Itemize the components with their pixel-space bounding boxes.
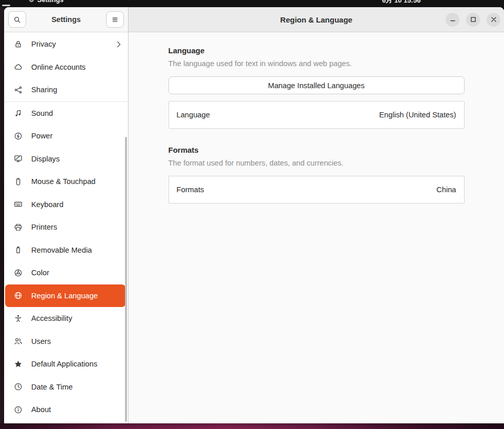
sidebar-item-label: Displays <box>31 155 60 163</box>
sidebar-item-label: Power <box>31 132 53 140</box>
sidebar-item-label: Printers <box>31 223 57 231</box>
sidebar-item-about[interactable]: About <box>4 398 128 421</box>
formats-section: Formats The format used for numbers, dat… <box>169 146 465 203</box>
sidebar-item-label: Online Accounts <box>31 63 86 71</box>
sidebar-item-label: Accessibility <box>31 314 72 322</box>
sidebar-item-users[interactable]: Users <box>4 330 128 353</box>
settings-window: Settings Privacy <box>4 7 504 423</box>
sidebar-item-label: Keyboard <box>31 200 64 209</box>
sidebar-item-power[interactable]: Power <box>4 125 128 148</box>
sidebar-title: Settings <box>51 15 80 24</box>
maximize-button[interactable] <box>466 13 480 27</box>
maximize-icon <box>470 16 476 23</box>
sidebar-item-default-applications[interactable]: Default Applications <box>4 353 128 376</box>
sidebar-item-label: Default Applications <box>31 360 97 368</box>
manage-installed-languages-button[interactable]: Manage Installed Languages <box>169 76 465 94</box>
sidebar-item-label: Sharing <box>31 86 57 94</box>
desktop-wallpaper-bottom <box>0 423 504 429</box>
chevron-right-icon <box>117 41 121 48</box>
sidebar-item-label: Mouse & Touchpad <box>31 177 95 186</box>
minimize-icon <box>450 16 456 23</box>
formats-section-description: The format used for numbers, dates, and … <box>169 159 465 167</box>
formats-section-title: Formats <box>169 146 465 154</box>
topbar-clock[interactable]: 6月 10 15:56 <box>382 0 421 5</box>
sidebar-list: Privacy Online Accounts Sharing <box>4 32 128 423</box>
hamburger-menu-icon <box>111 16 119 24</box>
keyboard-icon <box>14 200 23 209</box>
sidebar-item-sharing[interactable]: Sharing <box>4 78 128 101</box>
printer-icon <box>14 223 23 232</box>
color-wheel-icon <box>14 269 23 277</box>
star-icon <box>14 360 23 369</box>
sidebar-item-date-time[interactable]: Date & Time <box>4 376 128 399</box>
sidebar-item-region-language[interactable]: Region & Language <box>5 284 125 308</box>
topbar-app-title: Settings <box>37 0 64 4</box>
sidebar-scrollbar[interactable] <box>125 137 127 422</box>
sidebar-item-label: Users <box>31 337 51 345</box>
language-card: Language English (United States) <box>169 101 465 129</box>
sidebar-item-label: Date & Time <box>31 383 73 391</box>
clock-icon <box>14 382 23 391</box>
formats-row-value: China <box>436 186 456 194</box>
usb-stick-icon <box>14 246 23 254</box>
minimize-button[interactable] <box>446 13 459 27</box>
sidebar-item-label: Removable Media <box>31 246 92 254</box>
region-language-content: Language The language used for text in w… <box>169 32 465 203</box>
info-icon <box>14 405 23 414</box>
sidebar-item-removable-media[interactable]: Removable Media <box>4 239 128 262</box>
lock-icon <box>14 40 23 49</box>
sidebar-item-mouse-touchpad[interactable]: Mouse & Touchpad <box>4 170 128 193</box>
search-icon <box>13 16 21 24</box>
display-icon <box>14 154 23 163</box>
formats-row[interactable]: Formats China <box>169 176 464 203</box>
close-button[interactable] <box>487 13 500 27</box>
language-row[interactable]: Language English (United States) <box>169 101 464 128</box>
gear-icon: ⚙ <box>29 0 34 4</box>
globe-icon <box>14 291 23 300</box>
sidebar-item-label: Sound <box>31 109 53 117</box>
share-icon <box>14 86 23 94</box>
window-controls <box>446 7 500 32</box>
sidebar-header: Settings <box>4 7 128 32</box>
sidebar-item-label: Privacy <box>31 40 56 48</box>
window-headerbar: Region & Language <box>129 7 504 32</box>
sidebar-item-keyboard[interactable]: Keyboard <box>4 193 128 216</box>
accessibility-icon <box>14 314 23 323</box>
sidebar-item-label: Color <box>31 269 49 277</box>
system-top-bar: ⚙ Settings 6月 10 15:56 <box>0 0 504 7</box>
language-section-description: The language used for text in windows an… <box>169 59 465 68</box>
formats-row-label: Formats <box>177 186 204 194</box>
sidebar-item-online-accounts[interactable]: Online Accounts <box>4 56 128 79</box>
main-pane: Region & Language Language The language … <box>129 7 504 423</box>
activities-indicator[interactable] <box>2 5 10 6</box>
power-icon <box>14 132 23 140</box>
language-section-title: Language <box>169 46 465 55</box>
sidebar-item-privacy[interactable]: Privacy <box>4 33 128 56</box>
close-icon <box>491 16 497 23</box>
music-note-icon <box>14 109 23 117</box>
mouse-icon <box>14 177 23 186</box>
sidebar-item-label: Region & Language <box>31 292 98 300</box>
language-row-label: Language <box>177 111 210 119</box>
desktop-wallpaper-left <box>0 7 4 423</box>
search-button[interactable] <box>8 11 26 28</box>
formats-card: Formats China <box>169 176 465 203</box>
page-title: Region & Language <box>280 15 352 24</box>
sidebar-item-accessibility[interactable]: Accessibility <box>4 307 128 330</box>
language-row-value: English (United States) <box>379 111 456 119</box>
sidebar-item-label: About <box>31 405 51 414</box>
sidebar-item-printers[interactable]: Printers <box>4 216 128 239</box>
sidebar-item-color[interactable]: Color <box>4 261 128 284</box>
primary-menu-button[interactable] <box>106 11 124 28</box>
language-section: Language The language used for text in w… <box>169 46 465 129</box>
topbar-app-menu[interactable]: ⚙ Settings <box>29 0 64 4</box>
sidebar-item-sound[interactable]: Sound <box>4 102 128 125</box>
users-icon <box>14 337 23 345</box>
cloud-icon <box>14 63 23 71</box>
sidebar-item-displays[interactable]: Displays <box>4 148 128 171</box>
sidebar: Settings Privacy <box>4 7 129 423</box>
